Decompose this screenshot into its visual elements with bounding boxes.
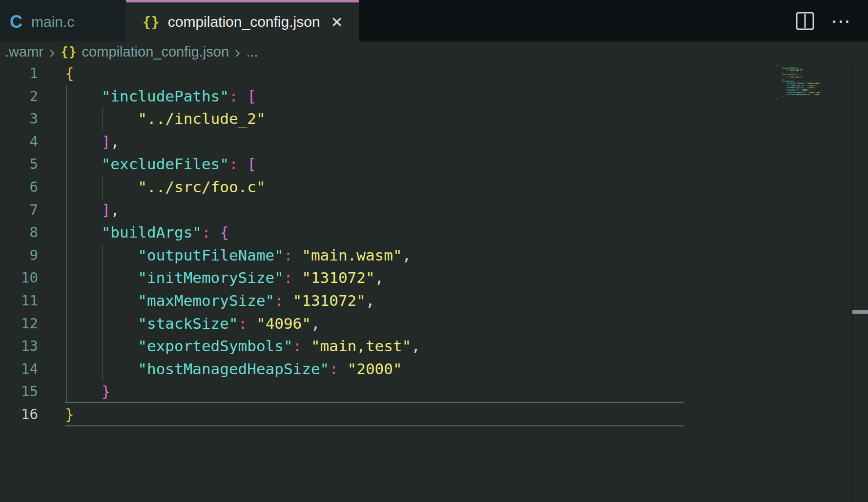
code-token: "buildArgs" xyxy=(102,223,202,241)
chevron-right-icon: › xyxy=(49,42,55,61)
code-line[interactable]: "../src/foo.c" xyxy=(65,176,420,199)
tab-label: main.c xyxy=(31,14,74,30)
code-token: } xyxy=(65,405,74,423)
code-token: "initMemorySize" xyxy=(138,269,284,286)
code-token xyxy=(65,315,138,332)
breadcrumb: .wamr › {} compilation_config.json › ... xyxy=(0,41,868,62)
code-token xyxy=(65,110,138,127)
tab-bar: C main.c {} compilation_config.json ✕ ⋯ xyxy=(0,0,868,41)
code-token: , xyxy=(375,269,384,286)
line-number: 15 xyxy=(0,380,38,403)
code-token xyxy=(65,133,102,150)
c-file-icon: C xyxy=(10,12,22,32)
gutter: 12345678910111213141516 xyxy=(0,62,38,426)
code-token xyxy=(247,315,256,332)
code-token: : xyxy=(284,269,293,286)
line-number: 14 xyxy=(0,358,38,381)
code-token: "main,test" xyxy=(311,337,411,355)
code-token: "../include_2" xyxy=(138,110,265,127)
code-token: "outputFileName" xyxy=(138,246,284,264)
tab-compilation-config-json[interactable]: {} compilation_config.json ✕ xyxy=(126,0,359,41)
code-token: "main.wasm" xyxy=(302,246,402,264)
code-token: , xyxy=(402,246,412,264)
editor-actions: ⋯ xyxy=(796,0,868,41)
code-token xyxy=(338,360,348,378)
code-token: [ xyxy=(247,87,256,105)
code-token: } xyxy=(777,98,778,100)
code-line[interactable]: ], xyxy=(65,130,420,153)
code-token xyxy=(65,269,138,286)
code-token xyxy=(293,246,302,264)
code-token: { xyxy=(220,223,229,241)
scrollbar-divider xyxy=(852,62,853,502)
code-token: ] xyxy=(102,133,111,150)
breadcrumb-item-symbol[interactable]: ... xyxy=(246,44,258,60)
code-line[interactable]: "includePaths": [ xyxy=(65,85,420,108)
code-line[interactable]: "initMemorySize": "131072", xyxy=(65,266,420,289)
close-tab-icon[interactable]: ✕ xyxy=(331,14,343,31)
code-token: "hostManagedHeapSize" xyxy=(786,93,811,96)
minimap[interactable]: { "includePaths": [ "../include_2" ], "e… xyxy=(777,65,835,100)
code-token: "2000" xyxy=(813,93,820,96)
code-token xyxy=(65,201,102,219)
code-line[interactable]: "outputFileName": "main.wasm", xyxy=(65,244,420,267)
code-token: , xyxy=(366,292,375,309)
code-token: , xyxy=(822,91,823,94)
code-token xyxy=(65,246,138,264)
code-line[interactable]: "exportedSymbols": "main,test", xyxy=(65,335,420,358)
code-token: "131072" xyxy=(293,292,366,309)
code-line[interactable]: "hostManagedHeapSize": "2000" xyxy=(65,358,420,381)
code-line[interactable]: "stackSize": "4096", xyxy=(65,312,420,335)
code-lines[interactable]: { "includePaths": [ "../include_2" ], "e… xyxy=(65,62,420,426)
code-token: , xyxy=(311,315,320,332)
code-token: , xyxy=(816,86,817,89)
code-token: "../include_2" xyxy=(786,69,803,71)
breadcrumb-item-file[interactable]: {} compilation_config.json xyxy=(61,44,229,60)
code-token: , xyxy=(820,82,821,84)
line-number: 3 xyxy=(0,107,38,130)
code-token xyxy=(211,223,220,241)
code-token: "2000" xyxy=(348,360,402,378)
code-token xyxy=(65,155,102,173)
tab-main-c[interactable]: C main.c xyxy=(0,0,126,41)
code-token xyxy=(238,87,248,105)
json-braces-icon: {} xyxy=(143,14,160,30)
code-token: } xyxy=(782,96,783,98)
code-token xyxy=(65,87,102,105)
code-line[interactable]: "buildArgs": { xyxy=(65,221,420,244)
code-token xyxy=(284,292,293,309)
code-token: "../src/foo.c" xyxy=(138,178,265,196)
breadcrumb-item-wamr[interactable]: .wamr xyxy=(5,44,43,60)
line-number: 16 xyxy=(0,403,38,426)
code-line[interactable]: } xyxy=(65,380,420,403)
breadcrumb-file-label: compilation_config.json xyxy=(82,44,229,60)
line-number: 11 xyxy=(0,289,38,312)
code-token: "includePaths" xyxy=(102,87,229,105)
code-token: , xyxy=(411,337,420,355)
json-braces-icon: {} xyxy=(61,44,77,59)
code-token xyxy=(65,337,138,355)
line-number: 5 xyxy=(0,153,38,176)
code-token xyxy=(65,178,138,196)
editor-pane[interactable]: 12345678910111213141516 { "includePaths"… xyxy=(0,62,868,502)
code-line[interactable]: "../include_2" xyxy=(65,107,420,130)
code-token xyxy=(65,382,102,400)
more-actions-icon[interactable]: ⋯ xyxy=(831,12,851,30)
chevron-right-icon: › xyxy=(235,42,240,61)
line-number: 6 xyxy=(0,176,38,199)
line-number: 8 xyxy=(0,221,38,244)
code-line[interactable]: "excludeFiles": [ xyxy=(65,153,420,176)
split-editor-icon[interactable] xyxy=(796,12,814,30)
minimap-line: } xyxy=(777,98,835,100)
code-line[interactable]: } xyxy=(65,403,420,426)
code-token: : xyxy=(274,292,284,309)
code-token: "../src/foo.c" xyxy=(786,76,803,78)
code-token: , xyxy=(817,84,818,87)
code-token: "hostManagedHeapSize" xyxy=(138,360,329,378)
code-line[interactable]: ], xyxy=(65,199,420,221)
code-line[interactable]: "maxMemorySize": "131072", xyxy=(65,289,420,312)
code-line[interactable]: { xyxy=(65,62,420,85)
code-token xyxy=(293,269,302,286)
code-token xyxy=(302,337,311,355)
line-number: 10 xyxy=(0,266,38,289)
